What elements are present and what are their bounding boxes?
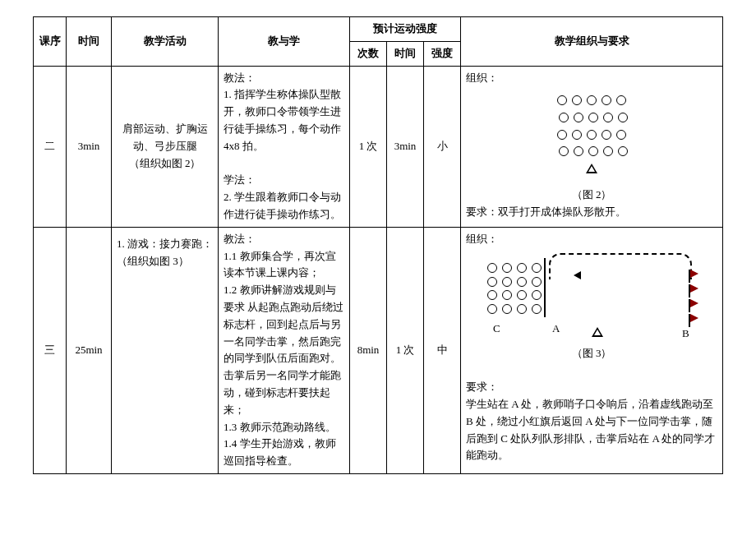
cell-time: 25min xyxy=(67,227,112,473)
label-c: C xyxy=(493,321,500,338)
cell-activity: 肩部运动、扩胸运动、弓步压腿 （组织如图 2） xyxy=(112,66,219,227)
formation-diagram-2 xyxy=(466,91,717,182)
cell-intensity: 小 xyxy=(424,66,461,227)
flag-icon xyxy=(690,270,698,278)
requirement-text: 学生站在 A 处，教师哨子口令响后，沿着虚线跑动至 B 处，绕过小红旗后返回 A… xyxy=(466,396,717,464)
header-activity: 教学活动 xyxy=(112,17,219,67)
cell-duration: 1 次 xyxy=(387,227,424,473)
org-label: 组织： xyxy=(466,233,498,245)
cell-activity: 1. 游戏：接力赛跑： （组织如图 3） xyxy=(112,227,219,473)
lesson-plan-table: 课序 时间 教学活动 教与学 预计运动强度 教学组织与要求 次数 时间 强度 二… xyxy=(33,16,723,474)
header-count: 次数 xyxy=(350,41,387,66)
teacher-triangle-icon xyxy=(586,164,597,173)
header-intensity: 强度 xyxy=(424,41,461,66)
formation-diagram-3: C A B xyxy=(485,253,698,344)
requirement-label: 要求： xyxy=(466,379,717,396)
cell-duration: 3min xyxy=(387,66,424,227)
arrow-icon xyxy=(574,271,581,279)
teacher-triangle-icon xyxy=(592,327,603,337)
flag-icon xyxy=(690,284,698,293)
cell-org: 组织： xyxy=(461,227,723,473)
flag-icon xyxy=(690,314,698,322)
table-row: 三 25min 1. 游戏：接力赛跑： （组织如图 3） 教法： 1.1 教师集… xyxy=(34,227,723,473)
cell-intensity: 中 xyxy=(424,227,461,473)
label-b: B xyxy=(682,325,689,343)
header-seq: 课序 xyxy=(34,17,67,67)
header-teach: 教与学 xyxy=(219,17,350,67)
header-row-1: 课序 时间 教学活动 教与学 预计运动强度 教学组织与要求 xyxy=(34,17,723,42)
figure-caption: （图 3） xyxy=(466,345,717,362)
cell-seq: 二 xyxy=(34,66,67,227)
cell-teach: 教法： 1.1 教师集合学，再次宣读本节课上课内容； 1.2 教师讲解游戏规则与… xyxy=(219,227,350,473)
figure-caption: （图 2） xyxy=(466,187,717,204)
header-duration: 时间 xyxy=(387,41,424,66)
cell-time: 3min xyxy=(67,66,112,227)
cell-count: 1 次 xyxy=(350,66,387,227)
label-a: A xyxy=(552,321,560,338)
cell-teach: 教法： 1. 指挥学生称体操队型散开，教师口令带领学生进行徒手操练习，每个动作 … xyxy=(219,66,350,227)
cell-seq: 三 xyxy=(34,227,67,473)
header-predict: 预计运动强度 xyxy=(350,17,461,42)
dashed-path-icon xyxy=(549,253,692,279)
cell-org: 组织： （图 2） 要求：双手打开成体操队形散开。 xyxy=(461,66,723,227)
header-time: 时间 xyxy=(67,17,112,67)
requirement-text: 要求：双手打开成体操队形散开。 xyxy=(466,204,717,221)
header-org: 教学组织与要求 xyxy=(461,17,723,67)
cell-count: 8min xyxy=(350,227,387,473)
start-line-icon xyxy=(544,258,546,317)
table-row: 二 3min 肩部运动、扩胸运动、弓步压腿 （组织如图 2） 教法： 1. 指挥… xyxy=(34,66,723,227)
flag-icon xyxy=(690,299,698,307)
org-label: 组织： xyxy=(466,71,498,84)
